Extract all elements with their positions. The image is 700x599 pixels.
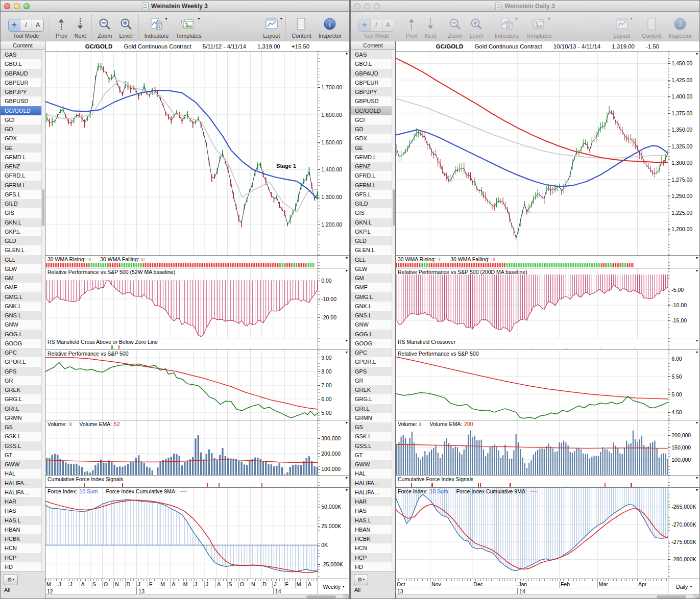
tool-mode-text[interactable]: A [382, 19, 394, 31]
next-button[interactable]: Next [71, 12, 90, 41]
sidebar-item-genz[interactable]: GENZ [351, 162, 392, 171]
panel-dropdown-icon[interactable]: ▾ [696, 339, 698, 343]
sidebar-item-grmn[interactable]: GRMN [351, 413, 392, 422]
sidebar-item-gfrd-l[interactable]: GFRD.L [351, 171, 392, 180]
sidebar-item-gps[interactable]: GPS [1, 367, 41, 376]
sidebar-item-gll[interactable]: GLL [1, 255, 41, 264]
titlebar[interactable]: Weinstein Daily 3 [351, 1, 699, 12]
sidebar-item-hcbk[interactable]: HCBK [351, 534, 392, 543]
sidebar-item-gpor-l[interactable]: GPOR.L [351, 357, 392, 366]
sidebar-item-gm[interactable]: GM [351, 273, 392, 283]
sidebar-item-gfs-l[interactable]: GFS.L [351, 190, 392, 199]
inspector-button[interactable]: iInspector [315, 12, 345, 41]
prev-button[interactable]: Prev [402, 12, 421, 41]
tool-mode-segmented[interactable]: ✛/A [358, 19, 394, 32]
panel-dropdown-icon[interactable]: ▾ [696, 351, 698, 355]
panel-dropdown-icon[interactable]: ▾ [346, 351, 348, 355]
sidebar-item-har[interactable]: HAR [1, 497, 41, 506]
sidebar-scrollbar[interactable] [392, 50, 395, 571]
sidebar-item-grg-l[interactable]: GRG.L [351, 394, 392, 404]
sidebar-item-gsk-l[interactable]: GSK.L [351, 432, 392, 441]
sidebar-item-gis[interactable]: GIS [1, 208, 41, 217]
sidebar-item-gkn-l[interactable]: GKN.L [351, 218, 392, 227]
sidebar-item-gbpusd[interactable]: GBPUSD [351, 96, 392, 106]
sidebar-scrollbar[interactable] [41, 50, 45, 571]
sidebar-filter-all[interactable]: All [4, 587, 10, 593]
sidebar-item-gt[interactable]: GT [1, 451, 41, 460]
panel-dropdown-icon[interactable]: ▾ [346, 476, 348, 480]
sidebar-item-gps[interactable]: GPS [351, 367, 392, 376]
sidebar-item-gpc[interactable]: GPC [1, 348, 41, 357]
sidebar-item-gr[interactable]: GR [1, 376, 41, 385]
sidebar-scroll-thumb[interactable] [42, 189, 44, 226]
sidebar-item-glw[interactable]: GLW [351, 264, 392, 273]
sidebar-filter-all[interactable]: All [354, 587, 360, 593]
tool-mode-trendline[interactable]: / [371, 19, 382, 31]
sidebar-item-goog[interactable]: GOOG [351, 339, 392, 348]
sidebar-item-gas[interactable]: GAS [1, 50, 41, 59]
sidebar-item-gss-l[interactable]: GSS.L [1, 441, 41, 451]
sidebar-item-gri-l[interactable]: GRI.L [351, 404, 392, 413]
sidebar-item-gdx[interactable]: GDX [1, 134, 41, 143]
sidebar-item-gss-l[interactable]: GSS.L [351, 441, 392, 451]
panel-dropdown-icon[interactable]: ▾ [696, 488, 698, 492]
sidebar-item-hcn[interactable]: HCN [1, 543, 41, 553]
sidebar-item-has-l[interactable]: HAS.L [1, 516, 41, 525]
sidebar-item-gpor-l[interactable]: GPOR.L [1, 357, 41, 366]
sidebar-item-gr[interactable]: GR [351, 376, 392, 385]
level-button[interactable]: Level [466, 12, 486, 41]
sidebar-item-gbo-l[interactable]: GBO.L [1, 59, 41, 68]
sidebar-item-gme[interactable]: GME [351, 283, 392, 292]
sidebar-item-gild[interactable]: GILD [1, 199, 41, 208]
sidebar-item-has-l[interactable]: HAS.L [351, 516, 392, 525]
sidebar-item-gemd-l[interactable]: GEMD.L [1, 153, 41, 162]
tool-mode-text[interactable]: A [32, 19, 43, 31]
sidebar-item-glen-l[interactable]: GLEN.L [1, 245, 41, 255]
sidebar-item-gkp-l[interactable]: GKP.L [1, 227, 41, 236]
sidebar-item-hal[interactable]: HAL [351, 469, 392, 478]
panel-dropdown-icon[interactable]: ▾ [346, 52, 348, 56]
panel-dropdown-icon[interactable]: ▾ [346, 269, 348, 273]
sidebar-item-gis[interactable]: GIS [351, 208, 392, 217]
sidebar-item-gbpeur[interactable]: GBPEUR [1, 78, 41, 87]
tool-mode-segmented[interactable]: ✛/A [8, 19, 44, 32]
sidebar-item-gci[interactable]: GCI [351, 115, 392, 124]
sidebar-item-gbpusd[interactable]: GBPUSD [1, 96, 41, 106]
sidebar-item-gm[interactable]: GM [1, 273, 41, 283]
sidebar-item-hcp[interactable]: HCP [351, 553, 392, 562]
content-button[interactable]: Content [638, 12, 665, 41]
sidebar-item-hcn[interactable]: HCN [351, 543, 392, 553]
zoom-button[interactable]: Zoom [444, 12, 466, 41]
sidebar-item-gld[interactable]: GLD [351, 236, 392, 245]
sidebar-item-gog-l[interactable]: GOG.L [351, 330, 392, 339]
sidebar-item-gkp-l[interactable]: GKP.L [351, 227, 392, 236]
tool-mode-trendline[interactable]: / [20, 19, 32, 31]
panel-dropdown-icon[interactable]: ▾ [696, 256, 698, 260]
gear-button[interactable]: ⚙▾ [4, 574, 18, 585]
sidebar-item-gdx[interactable]: GDX [351, 134, 392, 143]
layout-button[interactable]: ▾Layout [259, 12, 283, 41]
inspector-button[interactable]: iInspector [665, 12, 695, 41]
next-button[interactable]: Next [421, 12, 440, 41]
sidebar-item-gri-l[interactable]: GRI.L [1, 404, 41, 413]
tool-mode-crosshair[interactable]: ✛ [359, 19, 371, 31]
panel-dropdown-icon[interactable]: ▾ [696, 476, 698, 480]
panel-dropdown-icon[interactable]: ▾ [696, 421, 698, 425]
sidebar-item-halifa-[interactable]: HALIFA… [1, 488, 41, 497]
sidebar-item-gww[interactable]: GWW [1, 460, 41, 469]
sidebar-item-gfrd-l[interactable]: GFRD.L [1, 171, 41, 180]
timeframe-dropdown[interactable]: Daily▾ [668, 579, 699, 594]
sidebar-item-gnk-l[interactable]: GNK.L [351, 302, 392, 311]
sidebar-item-gns-l[interactable]: GNS.L [351, 311, 392, 320]
panel-dropdown-icon[interactable]: ▾ [346, 421, 348, 425]
sidebar-item-gsk-l[interactable]: GSK.L [1, 432, 41, 441]
sidebar-item-gnk-l[interactable]: GNK.L [1, 302, 41, 311]
timeframe-dropdown[interactable]: Weekly▾ [318, 579, 349, 594]
sidebar-item-hcbk[interactable]: HCBK [1, 534, 41, 543]
gear-button[interactable]: ⚙▾ [354, 574, 368, 585]
sidebar-item-gc-gold[interactable]: GC/GOLD [1, 106, 41, 115]
horizontal-scroll-thumb[interactable] [306, 595, 336, 598]
resize-grip[interactable] [343, 594, 349, 599]
sidebar-item-gnw[interactable]: GNW [351, 320, 392, 329]
sidebar-item-halifa-[interactable]: HALIFA… [351, 479, 392, 488]
